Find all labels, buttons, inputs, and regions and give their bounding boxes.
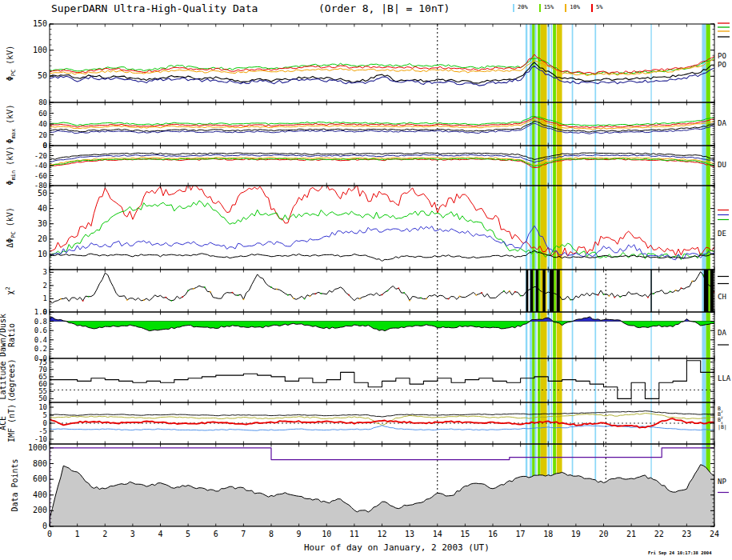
chart-canvas: 50100150ΦPC (kV)POPO020406080Φmax (kV)DA… (0, 0, 732, 560)
svg-text:150: 150 (33, 19, 47, 28)
svg-text:PO: PO (718, 52, 726, 60)
svg-text:9: 9 (297, 530, 302, 538)
svg-text:60: 60 (38, 380, 47, 388)
svg-text:(degrees): (degrees) (7, 358, 16, 402)
svg-text:40: 40 (38, 120, 47, 128)
svg-text:23: 23 (682, 530, 691, 538)
svg-text:18: 18 (543, 530, 553, 538)
svg-text:0: 0 (47, 530, 52, 538)
svg-text:30: 30 (38, 219, 47, 228)
svg-text:DU: DU (718, 161, 726, 169)
svg-text:-10: -10 (34, 435, 47, 443)
svg-text:-40: -40 (34, 162, 47, 170)
svg-text:Latitude: Latitude (0, 361, 7, 399)
svg-text:1: 1 (43, 294, 47, 302)
svg-text:50: 50 (38, 71, 47, 80)
panel-data-points (50, 448, 714, 526)
svg-text:10: 10 (38, 403, 47, 411)
svg-text:Φmax (kV): Φmax (kV) (6, 105, 17, 144)
svg-text:100: 100 (33, 46, 47, 54)
svg-text:DE: DE (718, 230, 726, 238)
svg-text:21: 21 (626, 530, 636, 538)
svg-text:5: 5 (186, 530, 190, 538)
svg-text:-5: -5 (38, 427, 47, 435)
panel-ace-imf (50, 411, 714, 431)
svg-text:6: 6 (214, 530, 218, 538)
svg-text:10: 10 (38, 250, 47, 258)
svg-text:Ratio: Ratio (7, 323, 16, 347)
svg-text:-60: -60 (34, 172, 47, 180)
svg-text:14: 14 (433, 530, 442, 538)
svg-text:15: 15 (460, 530, 470, 538)
svg-text:11: 11 (350, 530, 359, 538)
svg-text:2: 2 (43, 282, 47, 290)
svg-text:ACE: ACE (0, 416, 7, 430)
panel-phi-max (50, 117, 714, 134)
svg-text:5: 5 (43, 411, 47, 419)
svg-text:3: 3 (43, 268, 47, 276)
svg-text:ΔΦPC (kV): ΔΦPC (kV) (6, 207, 17, 248)
svg-text:200: 200 (33, 506, 47, 514)
svg-text:ΦPC (kV): ΦPC (kV) (6, 46, 17, 82)
creation-timestamp: Fri Sep 24 10:17:38 2004 (648, 550, 711, 555)
svg-text:7: 7 (241, 530, 246, 538)
svg-text:600: 600 (33, 474, 47, 483)
panel-phi-min (50, 153, 714, 168)
x-axis-title: Hour of day on January, 2 2003 (UT) (304, 542, 490, 553)
svg-text:12: 12 (377, 530, 386, 538)
svg-text:40: 40 (38, 204, 47, 213)
svg-text:17: 17 (516, 530, 526, 538)
svg-text:Φmin (kV): Φmin (kV) (6, 146, 17, 186)
svg-text:Dawn/Dusk: Dawn/Dusk (0, 314, 7, 357)
svg-text:60: 60 (38, 110, 47, 118)
svg-text:20: 20 (38, 131, 47, 139)
svg-text:LLA: LLA (718, 374, 731, 382)
svg-text:χ2: χ2 (5, 286, 14, 294)
svg-text:1000: 1000 (28, 443, 47, 452)
svg-text:20: 20 (38, 234, 47, 243)
panel-delta-phi-pc (50, 182, 714, 261)
svg-text:22: 22 (654, 530, 664, 538)
svg-text:8: 8 (269, 530, 274, 538)
svg-text:800: 800 (33, 459, 47, 468)
svg-text:50: 50 (38, 394, 47, 402)
svg-text:0.8: 0.8 (34, 318, 47, 326)
svg-text:80: 80 (38, 98, 47, 106)
svg-text:DA: DA (718, 119, 726, 127)
svg-text:10: 10 (322, 530, 331, 538)
svg-text:-20: -20 (34, 152, 47, 160)
svg-text:400: 400 (33, 490, 47, 499)
svg-text:2: 2 (102, 530, 107, 538)
svg-text:0.4: 0.4 (34, 336, 47, 344)
svg-text:70: 70 (38, 366, 47, 374)
svg-text:55: 55 (38, 387, 47, 395)
panel-dawn-dusk-ratio (50, 317, 714, 331)
svg-text:0: 0 (43, 142, 47, 150)
svg-text:16: 16 (488, 530, 498, 538)
panel-phi-pc (50, 54, 714, 86)
svg-text:4: 4 (158, 530, 162, 538)
svg-text:13: 13 (405, 530, 414, 538)
svg-text:IMF (nT): IMF (nT) (7, 404, 16, 442)
svg-text:20: 20 (598, 530, 608, 538)
svg-text:0.2: 0.2 (34, 345, 47, 353)
svg-text:24: 24 (710, 530, 719, 538)
panel-chi-squared (49, 270, 715, 312)
panel-latitude (50, 361, 714, 399)
svg-text:0.6: 0.6 (34, 326, 47, 334)
svg-text:NP: NP (718, 478, 726, 486)
svg-text:1.0: 1.0 (34, 308, 47, 316)
svg-text:50: 50 (38, 189, 47, 198)
svg-text:PO: PO (718, 61, 726, 69)
svg-text:65: 65 (38, 373, 47, 381)
svg-text:0: 0 (43, 419, 47, 427)
svg-text:Data Points: Data Points (10, 458, 19, 511)
svg-text:|B|: |B| (718, 424, 727, 430)
svg-text:DA: DA (718, 329, 726, 337)
svg-text:1: 1 (75, 530, 80, 538)
svg-text:19: 19 (571, 530, 581, 538)
svg-text:CH: CH (718, 293, 726, 301)
svg-text:75: 75 (38, 358, 47, 366)
svg-text:3: 3 (130, 530, 135, 538)
superdarn-figure: SuperDARN Ultra-High-Quality Data (Order… (0, 0, 732, 560)
